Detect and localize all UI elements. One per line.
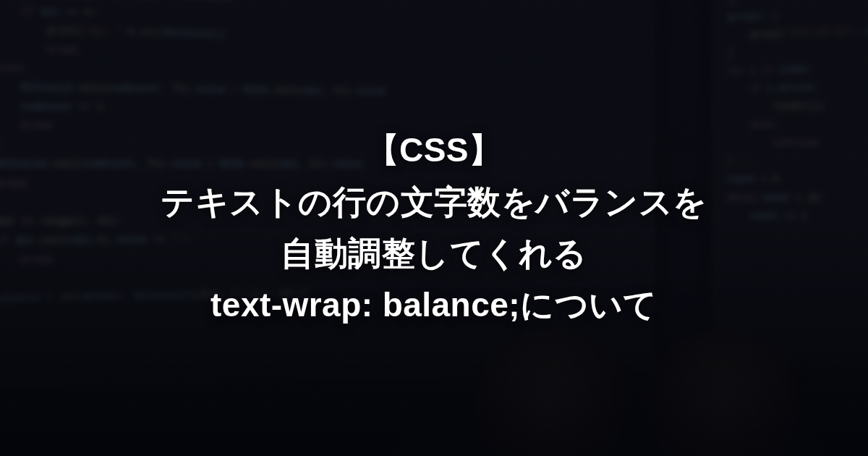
title-line-3: 自動調整してくれる <box>281 228 587 279</box>
title-line-4: text-wrap: balance;について <box>210 279 658 331</box>
title-line-1: 【CSS】 <box>366 124 503 176</box>
title-line-2: テキストの行の文字数をバランスを <box>161 177 707 228</box>
title-container: 【CSS】 テキストの行の文字数をバランスを 自動調整してくれる text-wr… <box>0 0 868 456</box>
